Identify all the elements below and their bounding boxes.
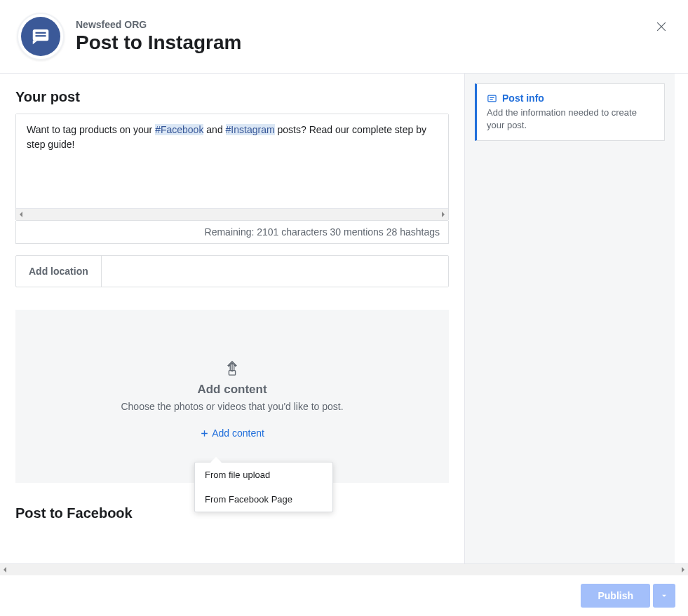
post-textarea-container: Want to tag products on your #Facebook a… bbox=[15, 114, 449, 221]
footer-bar: Publish bbox=[0, 575, 688, 616]
post-info-desc: Add the information needed to create you… bbox=[487, 107, 654, 132]
info-card-icon bbox=[487, 93, 497, 104]
publish-button[interactable]: Publish bbox=[581, 584, 650, 608]
page-title: Post to Instagram bbox=[76, 32, 241, 54]
dropdown-facebook-page[interactable]: From Facebook Page bbox=[195, 487, 332, 512]
dropdown-file-upload[interactable]: From file upload bbox=[195, 463, 332, 487]
location-input[interactable] bbox=[102, 256, 448, 287]
chevron-down-icon bbox=[661, 592, 668, 599]
post-info-card: Post info Add the information needed to … bbox=[475, 83, 665, 141]
location-label: Add location bbox=[16, 256, 102, 287]
add-content-area: Add content Choose the photos or videos … bbox=[15, 310, 449, 483]
publish-dropdown-button[interactable] bbox=[653, 584, 675, 608]
character-counter: Remaining: 2101 characters 30 mentions 2… bbox=[15, 221, 449, 244]
upload-icon bbox=[29, 359, 435, 377]
svg-rect-2 bbox=[36, 35, 46, 36]
svg-rect-1 bbox=[36, 32, 46, 34]
location-row: Add location bbox=[15, 255, 449, 287]
close-button[interactable] bbox=[654, 20, 668, 36]
org-name: Newsfeed ORG bbox=[76, 19, 241, 30]
plus-icon bbox=[200, 429, 209, 438]
add-content-dropdown: From file upload From Facebook Page bbox=[194, 462, 333, 512]
modal-header: Newsfeed ORG Post to Instagram bbox=[0, 0, 688, 74]
close-icon bbox=[654, 20, 668, 34]
add-content-title: Add content bbox=[29, 383, 435, 397]
chat-icon bbox=[30, 26, 51, 47]
horizontal-scrollbar[interactable] bbox=[16, 208, 448, 220]
add-content-button[interactable]: Add content bbox=[200, 427, 264, 439]
org-logo bbox=[17, 13, 65, 60]
post-text-input[interactable] bbox=[16, 114, 448, 205]
sidebar-panel[interactable]: Post info Add the information needed to … bbox=[464, 74, 675, 563]
post-info-title: Post info bbox=[487, 93, 654, 104]
svg-rect-4 bbox=[488, 95, 496, 102]
add-content-desc: Choose the photos or videos that you'd l… bbox=[29, 401, 435, 412]
your-post-heading: Your post bbox=[15, 89, 449, 105]
